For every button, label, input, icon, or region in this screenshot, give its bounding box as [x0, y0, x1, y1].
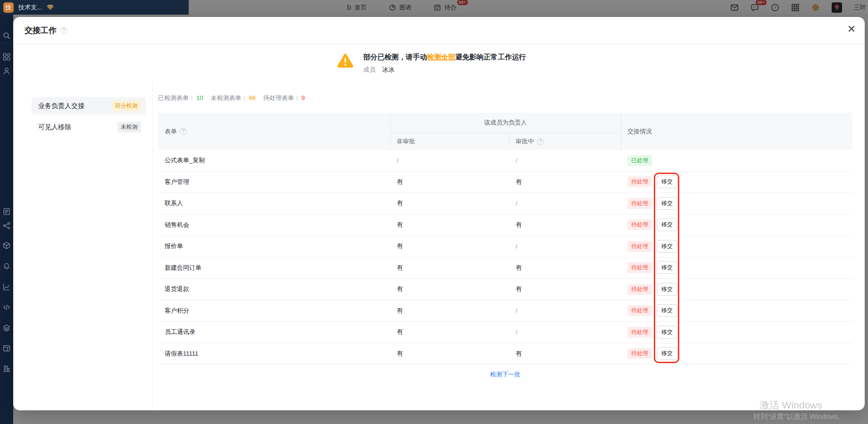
form-name: 新建合同订单	[158, 264, 390, 272]
building-icon[interactable]	[3, 365, 11, 373]
form-name: 客户管理	[158, 178, 390, 186]
code-icon[interactable]	[3, 303, 11, 311]
table-header: 表单 该成员为负责人 非审批 审批中 交接情况	[158, 113, 852, 150]
workflow-icon[interactable]	[3, 222, 11, 230]
non-approval-value: 有	[390, 328, 509, 336]
dashboard-icon[interactable]	[3, 344, 11, 352]
transfer-button[interactable]: 移交	[657, 261, 677, 274]
apps-icon[interactable]	[3, 53, 11, 61]
transfer-button[interactable]: 移交	[657, 197, 677, 210]
table-row: 新建合同订单 有 有 待处理移交	[158, 258, 852, 279]
tab-visible-member-removal[interactable]: 可见人移除 未检测	[32, 118, 146, 136]
status-badge: 已处理	[627, 155, 652, 166]
table-row: 退货退款 有 有 待处理移交	[158, 279, 852, 300]
transfer-button[interactable]: 移交	[657, 283, 677, 296]
left-sidebar	[0, 15, 13, 424]
status-badge: 待处理	[627, 219, 652, 230]
col-group-header: 该成员为负责人	[390, 113, 621, 133]
windows-activation-hint: 转到“设置”以激活 Windows。	[753, 412, 845, 421]
bell-icon[interactable]	[3, 262, 11, 270]
status-badge: 待处理	[627, 284, 652, 295]
panel-divider	[152, 79, 153, 410]
form-help-icon[interactable]	[180, 128, 187, 135]
stat-checked-value: 10	[196, 94, 203, 101]
non-approval-value: 有	[390, 264, 509, 272]
non-approval-value: 有	[390, 178, 509, 186]
form-name: 报价单	[158, 242, 390, 250]
approving-value: 有	[509, 349, 621, 358]
approving-value: /	[509, 157, 621, 164]
tab-status-badge: 部分检测	[112, 100, 141, 111]
tab-label: 业务负责人交接	[38, 102, 84, 110]
status-badge: 待处理	[627, 305, 652, 316]
approving-value: 有	[509, 178, 621, 186]
stat-checked-label: 已检测表单：	[158, 94, 195, 101]
status-badge: 待处理	[627, 348, 652, 359]
transfer-button[interactable]: 移交	[657, 175, 677, 188]
header-divider	[390, 113, 391, 150]
cube-icon[interactable]	[3, 241, 11, 249]
status-badge: 待处理	[627, 241, 652, 252]
approving-value: 有	[509, 264, 621, 272]
table-row: 报价单 有 / 待处理移交	[158, 236, 852, 258]
check-next-batch-link[interactable]: 检测下一批	[158, 370, 852, 379]
tab-business-owner-handover[interactable]: 业务负责人交接 部分检测	[32, 97, 146, 115]
user-icon[interactable]	[3, 67, 11, 75]
table-body: 公式表单_复制 / / 已处理 客户管理 有 有 待处理移交 联系人 有 / 待…	[158, 150, 852, 365]
transfer-button[interactable]: 移交	[657, 240, 677, 253]
table-row: 客户积分 有 / 待处理移交	[158, 300, 852, 322]
non-approval-value: 有	[390, 199, 509, 208]
col-handover-header: 交接情况	[627, 113, 652, 150]
approving-value: /	[509, 307, 621, 314]
table-row: 请假表11111 有 有 待处理移交	[158, 343, 852, 365]
workspace-logo[interactable]: 技	[3, 2, 14, 13]
table-row: 员工通讯录 有 / 待处理移交	[158, 322, 852, 343]
handover-work-modal: 交接工作 ✕ 部分已检测，请手动检测全部避免影响正常工作运行 成员冰冰 业务负责…	[13, 17, 865, 410]
table-row: 销售机会 有 有 待处理移交	[158, 215, 852, 236]
stat-pending-label: 待处理表单：	[263, 94, 300, 101]
transfer-button[interactable]: 移交	[657, 218, 677, 231]
non-approval-value: 有	[390, 221, 509, 229]
form-name: 客户积分	[158, 307, 390, 315]
approving-value: 有	[509, 285, 621, 293]
non-approval-value: 有	[390, 307, 509, 315]
approving-value: 有	[509, 221, 621, 229]
transfer-button[interactable]: 移交	[657, 304, 677, 317]
table-row: 客户管理 有 有 待处理移交	[158, 172, 852, 193]
stats-bar: 已检测表单：10 未检测表单：66 待处理表单：9	[158, 94, 312, 102]
title-help-icon[interactable]	[60, 27, 67, 34]
col-nonapproval-header: 非审批	[397, 133, 415, 150]
table-panel: 已检测表单：10 未检测表单：66 待处理表单：9 表单 该成员为负责人 非审批…	[158, 17, 852, 410]
table-row: 联系人 有 / 待处理移交	[158, 193, 852, 215]
header-divider	[621, 113, 621, 150]
non-approval-value: 有	[390, 285, 509, 293]
approving-value: /	[509, 329, 621, 336]
form-doc-icon[interactable]	[3, 208, 11, 216]
layers-icon[interactable]	[3, 324, 11, 332]
status-badge: 待处理	[627, 198, 652, 209]
status-badge: 待处理	[627, 176, 652, 187]
form-name: 退货退款	[158, 285, 390, 293]
tab-status-badge: 未检测	[117, 122, 141, 133]
modal-title: 交接工作	[25, 25, 57, 36]
tab-label: 可见人移除	[38, 123, 71, 132]
workspace-name[interactable]: 技术支...	[18, 3, 42, 12]
transfer-button[interactable]: 移交	[657, 347, 677, 360]
status-badge: 待处理	[627, 327, 652, 338]
form-name: 销售机会	[158, 221, 390, 229]
transfer-button[interactable]: 移交	[657, 326, 677, 339]
vip-gem-icon[interactable]	[47, 4, 54, 10]
status-badge: 待处理	[627, 262, 652, 273]
non-approval-value: /	[390, 157, 509, 164]
non-approval-value: 有	[390, 242, 509, 250]
stat-unchecked-label: 未检测表单：	[210, 94, 247, 101]
search-icon[interactable]	[3, 32, 11, 40]
form-name: 公式表单_复制	[158, 156, 390, 165]
approving-help-icon[interactable]	[537, 138, 544, 145]
form-name: 联系人	[158, 199, 390, 208]
handover-tabs: 业务负责人交接 部分检测 可见人移除 未检测	[32, 97, 146, 140]
stat-unchecked-value: 66	[249, 94, 255, 101]
col-approving-label: 审批中	[516, 137, 534, 146]
col-approving-header: 审批中	[516, 133, 544, 150]
trend-chart-icon[interactable]	[3, 283, 11, 291]
